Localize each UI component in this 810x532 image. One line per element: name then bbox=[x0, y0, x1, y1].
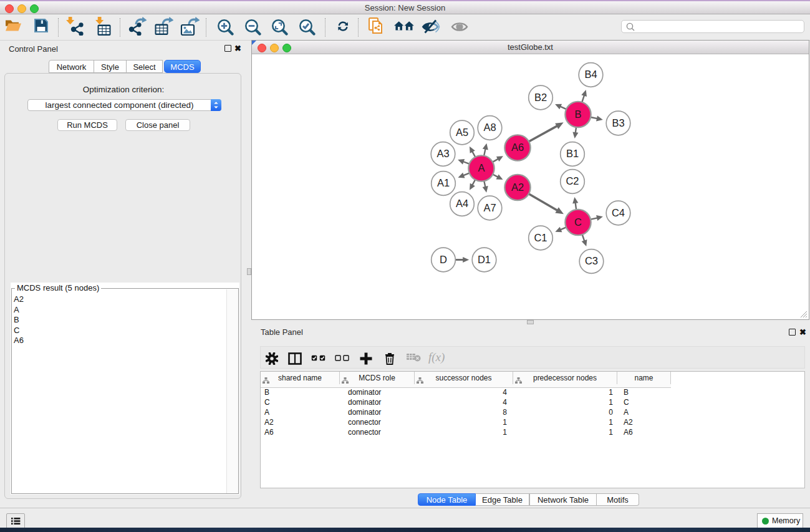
svg-text:A1: A1 bbox=[437, 177, 450, 188]
svg-text:C4: C4 bbox=[612, 207, 625, 218]
svg-text:A8: A8 bbox=[483, 122, 496, 133]
svg-text:A7: A7 bbox=[483, 202, 496, 213]
svg-text:B4: B4 bbox=[584, 69, 597, 80]
svg-text:C: C bbox=[574, 216, 582, 228]
svg-text:B: B bbox=[574, 109, 581, 120]
svg-text:A6: A6 bbox=[511, 142, 524, 153]
svg-text:B2: B2 bbox=[534, 92, 547, 103]
svg-text:A5: A5 bbox=[456, 127, 468, 138]
svg-text:A2: A2 bbox=[511, 181, 524, 193]
svg-text:A4: A4 bbox=[456, 198, 468, 209]
svg-text:D1: D1 bbox=[478, 254, 491, 265]
svg-text:C3: C3 bbox=[585, 255, 598, 266]
svg-text:C1: C1 bbox=[534, 232, 547, 243]
svg-text:B1: B1 bbox=[566, 148, 579, 159]
svg-text:B3: B3 bbox=[612, 117, 624, 128]
svg-text:A3: A3 bbox=[436, 148, 449, 159]
svg-text:A: A bbox=[478, 162, 485, 173]
svg-text:D: D bbox=[440, 254, 447, 265]
svg-text:C2: C2 bbox=[566, 175, 579, 186]
